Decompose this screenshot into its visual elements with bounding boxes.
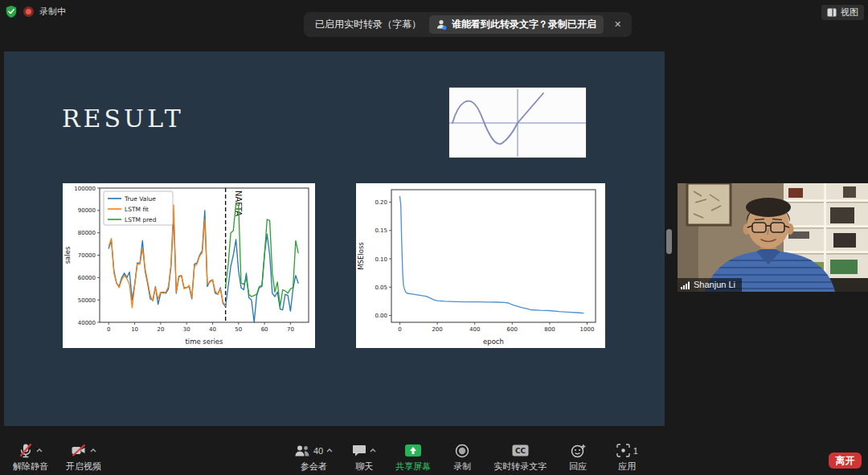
apps-icon (616, 444, 630, 457)
reactions-smiley-icon (571, 444, 586, 458)
sales-forecast-chart: 4000050000600007000080000900001000000102… (63, 183, 315, 348)
participant-name-tag: Shanjun Li (678, 278, 742, 292)
start-video-button[interactable]: 开启视频 (66, 442, 101, 473)
svg-text:0: 0 (398, 326, 401, 333)
recording-status-label: 录制中 (39, 6, 66, 18)
record-button[interactable]: 录制 (444, 442, 480, 473)
svg-text:LSTM pred: LSTM pred (125, 216, 157, 223)
chat-button[interactable]: 聊天 (346, 442, 382, 473)
svg-text:LSTM fit: LSTM fit (125, 206, 149, 213)
mse-loss-chart: 0.000.050.100.150.2002004006008001000epo… (356, 183, 605, 348)
sine-sketch-chart (449, 88, 586, 158)
chevron-up-icon[interactable] (36, 448, 43, 452)
svg-text:0: 0 (107, 326, 110, 333)
close-icon[interactable]: ✕ (612, 19, 624, 30)
svg-text:MSEloss: MSEloss (357, 242, 365, 270)
recording-indicator: 录制中 (5, 5, 66, 18)
svg-text:0.05: 0.05 (375, 285, 387, 291)
sales-forecast-chart-box: 4000050000600007000080000900001000000102… (63, 183, 315, 348)
svg-text:0.15: 0.15 (375, 227, 387, 234)
participants-count: 40 (313, 446, 323, 456)
svg-text:40: 40 (209, 326, 216, 333)
participants-label: 参会者 (301, 461, 327, 473)
participant-name: Shanjun Li (694, 280, 735, 289)
svg-text:80000: 80000 (78, 230, 96, 236)
share-screen-label: 共享屏幕 (395, 461, 431, 473)
share-screen-icon (404, 444, 422, 457)
transcription-prompt-pill[interactable]: 谁能看到此转录文字？录制已开启 (429, 15, 604, 34)
record-icon (455, 444, 469, 458)
svg-text:True Value: True Value (124, 195, 156, 203)
svg-text:70: 70 (287, 326, 294, 333)
apps-button[interactable]: 1 应用 (609, 442, 645, 473)
participants-icon (294, 444, 310, 457)
svg-text:0.10: 0.10 (375, 256, 387, 263)
transcription-prompt-label: 谁能看到此转录文字？录制已开启 (452, 18, 596, 31)
svg-text:CC: CC (515, 447, 526, 455)
reactions-button[interactable]: 回应 (560, 442, 596, 473)
chevron-up-icon[interactable] (326, 448, 333, 452)
unmute-button[interactable]: 解除静音 (13, 442, 48, 473)
chevron-up-icon[interactable] (370, 448, 376, 452)
view-button[interactable]: 视图 (821, 5, 864, 20)
svg-text:800: 800 (544, 326, 555, 333)
mse-loss-chart-box: 0.000.050.100.150.2002004006008001000epo… (356, 183, 605, 348)
svg-text:90000: 90000 (78, 207, 96, 214)
participant-video-scene (678, 183, 868, 292)
svg-text:epoch: epoch (483, 338, 504, 346)
sine-sketch-box (448, 87, 587, 158)
svg-text:50: 50 (235, 326, 242, 333)
transcription-notice: 已启用实时转录（字幕） 谁能看到此转录文字？录制已开启 ✕ (304, 12, 632, 37)
microphone-muted-icon (18, 443, 33, 458)
reactions-label: 回应 (569, 461, 587, 473)
audio-level-icon (681, 280, 690, 289)
share-screen-button[interactable]: 共享屏幕 (395, 442, 431, 473)
unmute-label: 解除静音 (13, 461, 48, 473)
layout-view-icon (827, 8, 837, 17)
scrollbar-thumb[interactable] (666, 229, 672, 254)
svg-text:400: 400 (469, 326, 480, 333)
live-transcript-button[interactable]: CC 实时转录文字 (493, 442, 547, 473)
participant-video-tile[interactable]: Shanjun Li (678, 183, 868, 292)
apps-label: 应用 (618, 461, 636, 473)
svg-text:60000: 60000 (78, 275, 96, 281)
live-transcript-label: 实时转录文字 (493, 461, 547, 473)
svg-text:sales: sales (63, 246, 72, 264)
shared-slide: RESULT 400005000060000700008000090000100… (4, 51, 665, 426)
chat-bubble-icon (352, 444, 366, 457)
security-shield-icon[interactable] (5, 5, 18, 18)
chevron-up-icon[interactable] (90, 448, 96, 452)
svg-text:10: 10 (131, 326, 138, 333)
svg-text:1000: 1000 (580, 326, 595, 333)
start-video-label: 开启视频 (66, 461, 101, 473)
leave-button[interactable]: 离开 (829, 452, 862, 469)
participants-button[interactable]: 40 参会者 (294, 442, 333, 473)
person-icon (436, 19, 447, 30)
slide-title: RESULT (62, 104, 184, 133)
svg-text:200: 200 (432, 326, 442, 333)
svg-text:time series: time series (185, 338, 223, 346)
svg-text:20: 20 (157, 326, 164, 333)
svg-text:70000: 70000 (78, 252, 96, 259)
view-button-label: 视图 (841, 6, 858, 18)
record-label: 录制 (453, 461, 471, 473)
svg-text:50000: 50000 (78, 297, 96, 304)
cc-icon: CC (512, 444, 529, 457)
chat-label: 聊天 (355, 461, 373, 473)
meeting-toolbar: 解除静音 开启视频 (0, 440, 868, 475)
svg-text:30: 30 (183, 326, 190, 333)
svg-text:0.20: 0.20 (375, 199, 387, 206)
svg-text:60: 60 (261, 326, 268, 333)
svg-text:600: 600 (507, 326, 518, 333)
svg-text:40000: 40000 (78, 320, 96, 326)
recording-dot-icon (23, 6, 34, 17)
svg-text:0.00: 0.00 (375, 313, 387, 319)
apps-badge: 1 (633, 446, 638, 456)
zoom-app-window: 录制中 已启用实时转录（字幕） 谁能看到此转录文字？录制已开启 ✕ 视图 RES… (0, 0, 868, 475)
sine-sketch-curve (452, 93, 543, 144)
svg-text:100000: 100000 (74, 186, 96, 192)
camera-muted-icon (71, 443, 87, 458)
transcription-enabled-label: 已启用实时转录（字幕） (315, 18, 421, 31)
